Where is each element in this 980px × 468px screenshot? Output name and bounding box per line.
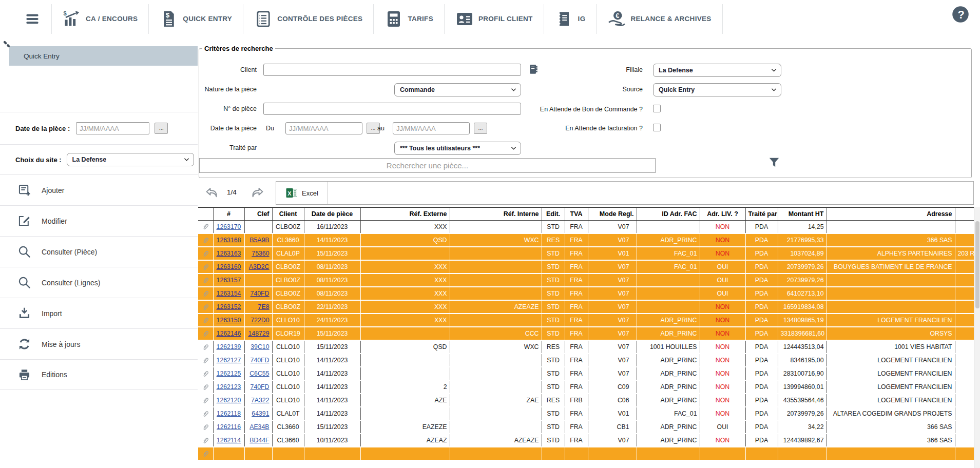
paperclip-icon[interactable] <box>201 249 210 258</box>
clef-link[interactable]: 740FD <box>251 383 270 391</box>
table-row[interactable]: 1262116AE34BCL366015/11/2023EAZEZESTDFRA… <box>198 420 974 434</box>
piece-number-link[interactable]: 1263157 <box>217 277 241 284</box>
column-header[interactable]: TVA <box>565 207 588 220</box>
table-row[interactable]: 1262125C6C55CLLO1014/11/2023STDFRAV07ADR… <box>198 367 974 380</box>
column-header[interactable]: Mode Regl. <box>588 207 637 220</box>
clef-link[interactable]: 7E8 <box>258 303 270 310</box>
piece-number-link[interactable]: 1262114 <box>217 437 241 444</box>
paperclip-icon[interactable] <box>201 369 210 378</box>
pin-icon[interactable] <box>1 38 12 50</box>
paperclip-icon[interactable] <box>201 276 210 285</box>
nav-item-ca-encours[interactable]: $CA / ENCOURS <box>51 4 148 34</box>
piece-number-link[interactable]: 1263163 <box>217 250 241 257</box>
paperclip-icon[interactable] <box>201 343 210 352</box>
piece-number-link[interactable]: 1263150 <box>217 317 241 324</box>
piece-number-link[interactable]: 1263152 <box>217 303 241 310</box>
paperclip-icon[interactable] <box>201 289 210 298</box>
paperclip-icon[interactable] <box>201 450 210 458</box>
sidebar-item-mise-jours[interactable]: Mise à jours <box>0 328 198 359</box>
source-select[interactable]: Quick Entry <box>653 83 781 96</box>
paperclip-icon[interactable] <box>201 383 210 392</box>
column-header[interactable]: Edit. <box>542 207 565 220</box>
vertical-scrollbar[interactable] <box>974 207 980 468</box>
paperclip-icon[interactable] <box>201 236 210 245</box>
clef-link[interactable]: 740FD <box>251 357 270 364</box>
date-to-input[interactable] <box>393 122 470 134</box>
pending-order-checkbox[interactable] <box>653 105 661 112</box>
clef-link[interactable]: 148729 <box>248 330 269 337</box>
clef-link[interactable]: 75360 <box>252 250 269 257</box>
nav-item-profil-client[interactable]: PROFIL CLIENT <box>444 4 544 34</box>
clef-link[interactable]: 722D0 <box>251 317 269 324</box>
piece-number-link[interactable]: 1262125 <box>217 370 241 377</box>
table-row[interactable]: 1262123740FDCLLO1014/11/20232STDFRAC09AD… <box>198 380 974 394</box>
piece-number-link[interactable]: 1262116 <box>217 423 241 431</box>
table-row[interactable] <box>198 447 974 460</box>
paperclip-icon[interactable] <box>201 303 210 311</box>
paperclip-icon[interactable] <box>201 222 210 231</box>
table-row[interactable]: 1263168B5A9BCL366014/11/2023QSDWXCRESFRA… <box>198 233 974 247</box>
nav-item-quick-entry[interactable]: $QUICK ENTRY <box>148 4 243 34</box>
paperclip-icon[interactable] <box>201 316 210 325</box>
previous-page-button[interactable] <box>203 185 220 201</box>
filiale-select[interactable]: La Defense <box>653 64 781 77</box>
sidebar-item-import[interactable]: Import <box>0 298 198 328</box>
site-select[interactable]: La Defense <box>67 153 194 166</box>
piece-number-link[interactable]: 1262123 <box>217 383 241 391</box>
column-header[interactable]: Clef <box>244 207 272 220</box>
table-row[interactable]: 126316375360CLAL0P15/11/2023STDFRAV01FAC… <box>198 247 974 260</box>
clef-link[interactable]: AE34B <box>249 423 269 431</box>
clef-link[interactable]: 7A322 <box>251 397 270 404</box>
column-header[interactable]: # <box>213 207 244 220</box>
paperclip-icon[interactable] <box>201 329 210 338</box>
piece-number-link[interactable]: 1262120 <box>217 397 241 404</box>
piece-number-link[interactable]: 1262127 <box>217 357 241 364</box>
sidebar-item-ajouter[interactable]: Ajouter <box>0 174 198 205</box>
table-row[interactable]: 1262146148729CLOR1915/11/2023CCCSTDFRAV0… <box>198 327 974 340</box>
export-excel-button[interactable]: X Excel <box>276 182 328 204</box>
sidebar-date-input[interactable] <box>76 122 149 134</box>
piece-number-link[interactable]: 1263168 <box>217 237 241 244</box>
piece-number-link[interactable]: 1262139 <box>217 343 241 350</box>
paperclip-icon[interactable] <box>201 423 210 432</box>
clef-link[interactable]: BD44F <box>249 437 269 444</box>
nav-item-contr-le-des-pi-ces[interactable]: CONTRÔLE DES PIÈCES <box>243 4 373 34</box>
sidebar-item-consulter-pi-ce[interactable]: Consulter (Pièce) <box>0 236 198 267</box>
paperclip-icon[interactable] <box>201 356 210 365</box>
piece-number-link[interactable]: 1262118 <box>217 410 241 417</box>
column-header[interactable] <box>955 207 974 220</box>
table-row[interactable]: 126213939C10CLLO1015/11/2023QSDWXCRESFRA… <box>198 340 974 354</box>
table-row[interactable]: 1263170CLBO0Z16/11/2023XXXSTDFRAV07NONPD… <box>198 220 974 233</box>
scrollbar-thumb[interactable] <box>975 221 979 308</box>
hamburger-menu-button[interactable] <box>21 8 44 30</box>
sidebar-item-editions[interactable]: Editions <box>0 359 198 390</box>
column-header[interactable] <box>198 207 213 220</box>
search-piece-input[interactable] <box>199 158 656 173</box>
nav-item-tarifs[interactable]: TARIFS <box>373 4 444 34</box>
sidebar-date-browse-button[interactable]: ... <box>155 123 168 134</box>
column-header[interactable]: Montant HT <box>778 207 827 220</box>
piece-number-link[interactable]: 1263170 <box>217 223 241 230</box>
clef-link[interactable]: C6C55 <box>249 370 269 377</box>
paperclip-icon[interactable] <box>201 396 210 405</box>
sidebar-item-modifier[interactable]: Modifier <box>0 205 198 236</box>
paperclip-icon[interactable] <box>201 410 210 418</box>
help-button[interactable]: ? <box>951 5 970 24</box>
table-row[interactable]: 12621207A322CLLO1014/11/2023AZEZAERESFRB… <box>198 394 974 407</box>
column-header[interactable]: Réf. Externe <box>360 207 450 220</box>
piece-number-link[interactable]: 1262146 <box>217 330 241 337</box>
column-header[interactable]: ID Adr. FAC <box>637 207 700 220</box>
table-row[interactable]: 1263157CLBO0Z08/11/2023XXXSTDFRAV07OUIPD… <box>198 274 974 287</box>
filter-funnel-icon[interactable] <box>767 156 781 169</box>
column-header[interactable]: Traité par <box>745 207 778 220</box>
table-row[interactable]: 126211864391CLAL0T14/11/2023STDFRAV01FAC… <box>198 407 974 420</box>
sidebar-item-consulter-lignes[interactable]: Consulter (Lignes) <box>0 267 198 298</box>
handled-by-select[interactable]: *** Tous les utilisateurs *** <box>394 142 521 155</box>
column-header[interactable]: Adr. LIV. ? <box>700 207 745 220</box>
nav-item-relance-archives[interactable]: €RELANCE & ARCHIVES <box>596 4 722 34</box>
column-header[interactable]: Client <box>272 207 304 220</box>
clef-link[interactable]: 39C10 <box>251 343 269 350</box>
next-page-button[interactable] <box>249 185 266 201</box>
piece-number-link[interactable]: 1263154 <box>217 290 241 297</box>
table-row[interactable]: 1262127740FDCLLO1014/11/2023STDFRAV07ADR… <box>198 354 974 367</box>
